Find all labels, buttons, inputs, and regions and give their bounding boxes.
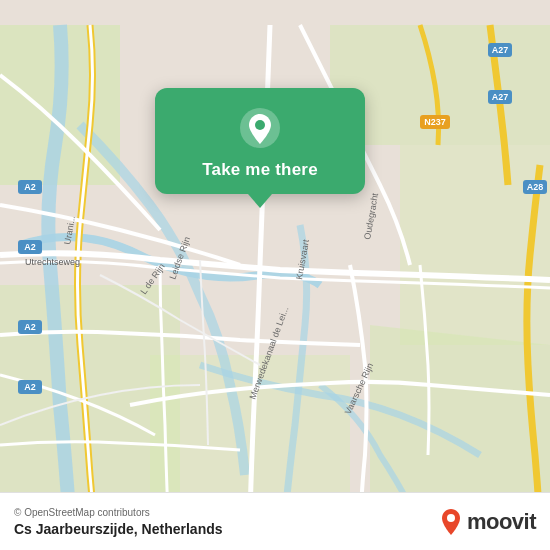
attribution-text: © OpenStreetMap contributors (14, 507, 223, 518)
popup-label: Take me there (202, 160, 318, 180)
svg-text:A27: A27 (492, 92, 509, 102)
map-container: L de Rijn Leidse Rijn Kruisvaart Merwede… (0, 0, 550, 550)
moovit-logo: moovit (440, 508, 536, 536)
svg-text:A2: A2 (24, 322, 36, 332)
bottom-bar: © OpenStreetMap contributors Cs Jaarbeur… (0, 492, 550, 550)
map-background: L de Rijn Leidse Rijn Kruisvaart Merwede… (0, 0, 550, 550)
popup-card[interactable]: Take me there (155, 88, 365, 194)
svg-text:A27: A27 (492, 45, 509, 55)
svg-text:A28: A28 (527, 182, 544, 192)
svg-point-33 (447, 514, 455, 522)
svg-point-32 (255, 120, 265, 130)
svg-text:A2: A2 (24, 382, 36, 392)
svg-text:A2: A2 (24, 242, 36, 252)
location-name: Cs Jaarbeurszijde, Netherlands (14, 521, 223, 537)
moovit-pin-icon (440, 508, 462, 536)
svg-text:N237: N237 (424, 117, 446, 127)
svg-text:A2: A2 (24, 182, 36, 192)
bottom-left: © OpenStreetMap contributors Cs Jaarbeur… (14, 507, 223, 537)
svg-text:Utrechtseweg: Utrechtseweg (25, 257, 80, 267)
map-pin-icon (238, 106, 282, 150)
moovit-brand-text: moovit (467, 509, 536, 535)
